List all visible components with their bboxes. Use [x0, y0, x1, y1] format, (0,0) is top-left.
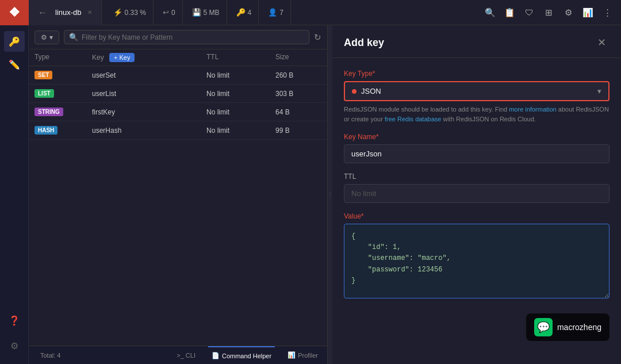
search-input[interactable] — [82, 33, 304, 41]
doc-icon: 📄 — [212, 352, 220, 359]
shield-action-btn[interactable]: 🛡 — [520, 3, 538, 22]
type-badge-list: LIST — [34, 89, 54, 98]
filter-chevron: ▾ — [49, 33, 53, 41]
panel-body: Key Type* JSON ▾ RedisJSON module should… — [332, 58, 621, 310]
back-button[interactable]: ← — [38, 7, 47, 18]
sidebar-edit-btn[interactable]: ✏️ — [4, 54, 25, 75]
sidebar-icons: 🔑 ✏️ ❓ ⚙ — [0, 25, 29, 364]
json-dot-indicator — [352, 89, 356, 94]
stat-conn: ↩ 0 — [156, 0, 183, 25]
key-type-info: RedisJSON module should be loaded to add… — [344, 105, 610, 124]
profiler-label: Profiler — [298, 352, 318, 359]
conn-icon: ↩ — [163, 8, 169, 17]
stat-users: 👤 7 — [261, 0, 291, 25]
total-label: Total: 4 — [34, 352, 66, 359]
table-row[interactable]: STRING firstKey No limit 64 B — [29, 103, 327, 121]
size-0: 260 B — [275, 71, 321, 79]
tab-close-icon[interactable]: ✕ — [87, 9, 92, 16]
search-action-btn[interactable]: 🔍 — [481, 3, 499, 22]
keys-stat-icon: 🔑 — [236, 8, 246, 17]
key-table: Type Key + Key TTL Size SET userSet No l… — [29, 49, 327, 346]
value-textarea[interactable]: { "id": 1, "username": "macro", "passwor… — [344, 224, 610, 298]
type-badge-hash: HASH — [34, 126, 57, 135]
sidebar-settings-btn[interactable]: ⚙ — [4, 335, 25, 356]
cli-label: >_ CLI — [177, 352, 195, 359]
panel-divider[interactable]: ⋮ — [328, 25, 332, 364]
db-tab-label: linux-db — [55, 8, 82, 17]
more-info-link[interactable]: more information — [509, 106, 557, 113]
key-name-label-text: Key Name — [344, 133, 376, 141]
watermark: 💬 macrozheng — [526, 313, 610, 341]
type-badge-set: SET — [34, 71, 52, 79]
wechat-icon: 💬 — [534, 318, 553, 336]
stat-conn-value: 0 — [171, 9, 175, 17]
cli-status-item[interactable]: >_ CLI — [173, 346, 199, 365]
key-type-group: Key Type* JSON ▾ RedisJSON module should… — [344, 70, 610, 124]
table-row[interactable]: SET userSet No limit 260 B — [29, 66, 327, 85]
filter-icon: ⚙ — [41, 33, 47, 41]
table-row[interactable]: HASH userHash No limit 99 B — [29, 121, 327, 140]
sidebar-bottom: ❓ ⚙ — [4, 310, 25, 364]
info-text-1: RedisJSON module should be loaded to add… — [344, 106, 507, 113]
search-icon: 🔍 — [69, 33, 78, 41]
command-helper-label: Command Helper — [222, 352, 271, 359]
info-text-2: about RedisJSON — [558, 106, 609, 113]
stat-keys-value: 4 — [248, 9, 252, 17]
key-list-panel: ⚙ ▾ 🔍 ↻ Type Key + Key TTL Size SET — [29, 25, 328, 364]
db-tab[interactable]: ← linux-db ✕ — [29, 0, 102, 25]
key-type-label-text: Key Type — [344, 70, 373, 78]
stat-mem: 💾 5 MB — [185, 0, 227, 25]
sidebar-keys-btn[interactable]: 🔑 — [4, 31, 25, 52]
size-2: 64 B — [275, 108, 321, 116]
table-row[interactable]: LIST userList No limit 303 B — [29, 85, 327, 103]
users-icon: 👤 — [268, 8, 277, 17]
command-helper-status-item[interactable]: 📄 Command Helper — [208, 346, 275, 365]
add-key-button[interactable]: + Key — [109, 53, 135, 62]
ttl-2: No limit — [206, 108, 275, 116]
panel-header: Add key ✕ — [332, 25, 621, 58]
profiler-status-item[interactable]: 📊 Profiler — [284, 346, 321, 365]
logo-area: ❖ — [0, 0, 29, 25]
key-name-3: userHash — [92, 127, 206, 135]
status-bar: Total: 4 >_ CLI 📄 Command Helper 📊 Profi… — [29, 346, 327, 364]
free-db-link[interactable]: free Redis database — [385, 116, 441, 122]
col-ttl: TTL — [206, 53, 275, 62]
value-group: Value* { "id": 1, "username": "macro", "… — [344, 212, 610, 298]
grid-action-btn[interactable]: ⊞ — [539, 3, 558, 22]
watermark-text: macrozheng — [557, 323, 601, 332]
info-text-3: or create your — [344, 116, 383, 122]
col-key: Key + Key — [92, 53, 206, 62]
table-header: Type Key + Key TTL Size — [29, 49, 327, 66]
size-1: 303 B — [275, 90, 321, 98]
cpu-icon: ⚡ — [113, 8, 122, 17]
value-label-text: Value — [344, 212, 361, 220]
stat-cpu-value: 0.33 % — [125, 9, 146, 17]
ttl-0: No limit — [206, 71, 275, 79]
profiler-icon: 📊 — [288, 351, 296, 359]
top-bar: ❖ ← linux-db ✕ ⚡ 0.33 % ↩ 0 💾 5 MB 🔑 4 👤… — [0, 0, 621, 25]
key-list-toolbar: ⚙ ▾ 🔍 ↻ — [29, 25, 327, 49]
refresh-button[interactable]: ↻ — [314, 32, 321, 43]
select-chevron-icon: ▾ — [597, 87, 601, 95]
key-type-select[interactable]: JSON ▾ — [344, 81, 610, 101]
key-name-2: firstKey — [92, 108, 206, 116]
settings-action-btn[interactable]: ⚙ — [559, 3, 577, 22]
key-name-group: Key Name* — [344, 133, 610, 163]
ttl-label: TTL — [344, 173, 610, 181]
ttl-1: No limit — [206, 90, 275, 98]
ttl-3: No limit — [206, 127, 275, 135]
chart-action-btn[interactable]: 📊 — [578, 3, 597, 22]
more-action-btn[interactable]: ⋮ — [598, 3, 616, 22]
sidebar-help-btn[interactable]: ❓ — [4, 310, 25, 331]
key-name-label: Key Name* — [344, 133, 610, 141]
filter-button[interactable]: ⚙ ▾ — [34, 30, 59, 44]
size-3: 99 B — [275, 127, 321, 135]
close-panel-button[interactable]: ✕ — [593, 35, 610, 51]
key-name-input[interactable] — [344, 144, 610, 163]
stat-keys: 🔑 4 — [229, 0, 259, 25]
ttl-input[interactable] — [344, 184, 610, 203]
key-type-label: Key Type* — [344, 70, 610, 78]
copy-action-btn[interactable]: 📋 — [500, 3, 519, 22]
stat-mem-value: 5 MB — [204, 9, 220, 17]
select-display-left: JSON — [352, 87, 381, 95]
